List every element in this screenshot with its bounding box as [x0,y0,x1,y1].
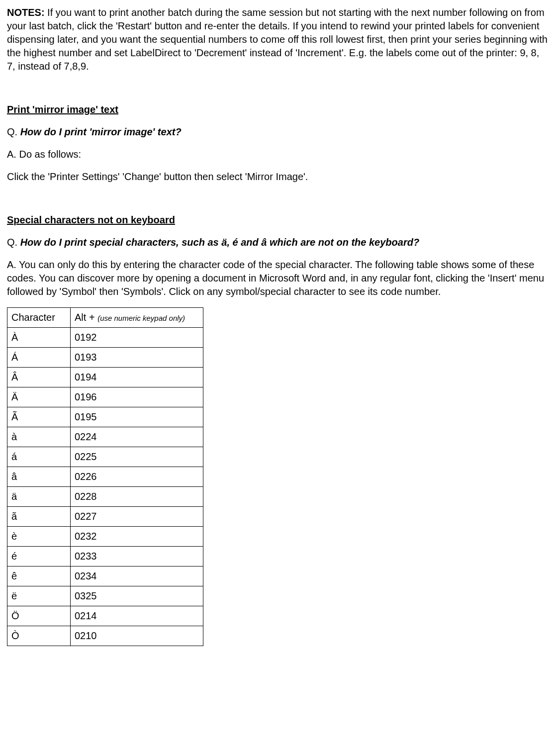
table-row: ë0325 [7,586,203,606]
table-row: Ö0214 [7,606,203,626]
mirror-answer-line: A. Do as follows: [7,148,550,161]
table-cell-code: 0234 [71,567,203,586]
table-cell-character: Á [7,348,71,368]
table-row: Ã0195 [7,407,203,427]
character-table: Character Alt + (use numeric keypad only… [7,307,203,646]
table-row: Ä0196 [7,387,203,407]
table-cell-code: 0224 [71,427,203,447]
table-cell-code: 0232 [71,527,203,547]
table-row: ê0234 [7,567,203,586]
table-row: Á0193 [7,348,203,368]
notes-paragraph: NOTES: If you want to print another batc… [7,6,550,73]
special-question: Q. How do I print special characters, su… [7,236,550,249]
table-cell-code: 0228 [71,487,203,507]
table-header-row: Character Alt + (use numeric keypad only… [7,308,203,328]
table-row: À0192 [7,328,203,348]
special-q-prefix: Q. [7,237,20,248]
table-header-character: Character [7,308,71,328]
table-cell-code: 0196 [71,387,203,407]
table-cell-character: Ö [7,606,71,626]
table-cell-code: 0192 [71,328,203,348]
table-cell-character: À [7,328,71,348]
table-cell-character: ä [7,487,71,507]
mirror-q-text: How do I print 'mirror image' text? [20,126,182,137]
table-row: á0225 [7,447,203,467]
table-cell-character: é [7,547,71,567]
table-cell-code: 0194 [71,368,203,387]
table-row: Â0194 [7,368,203,387]
table-cell-character: è [7,527,71,547]
table-cell-code: 0210 [71,626,203,646]
mirror-q-prefix: Q. [7,126,20,137]
table-header-code-note: (use numeric keypad only) [97,314,185,322]
table-row: ã0227 [7,507,203,527]
notes-text: If you want to print another batch durin… [7,7,548,72]
table-row: à0224 [7,427,203,447]
mirror-heading: Print 'mirror image' text [7,103,550,116]
mirror-question: Q. How do I print 'mirror image' text? [7,125,550,139]
table-cell-character: ë [7,586,71,606]
table-header-code-main: Alt + [75,312,97,323]
table-cell-code: 0233 [71,547,203,567]
table-cell-code: 0226 [71,467,203,487]
table-cell-character: Ò [7,626,71,646]
special-answer: A. You can only do this by entering the … [7,258,550,298]
table-cell-character: à [7,427,71,447]
table-header-code: Alt + (use numeric keypad only) [71,308,203,328]
table-cell-character: Ã [7,407,71,427]
table-cell-code: 0214 [71,606,203,626]
notes-label: NOTES: [7,7,45,18]
table-row: Ò0210 [7,626,203,646]
table-cell-code: 0195 [71,407,203,427]
table-cell-code: 0225 [71,447,203,467]
table-cell-character: á [7,447,71,467]
table-cell-code: 0227 [71,507,203,527]
special-heading: Special characters not on keyboard [7,213,550,227]
table-row: â0226 [7,467,203,487]
table-cell-code: 0325 [71,586,203,606]
mirror-instruction: Click the 'Printer Settings' 'Change' bu… [7,170,550,184]
table-cell-character: Ä [7,387,71,407]
table-cell-character: ê [7,567,71,586]
table-row: ä0228 [7,487,203,507]
special-q-text: How do I print special characters, such … [20,237,419,248]
table-row: é0233 [7,547,203,567]
table-cell-code: 0193 [71,348,203,368]
table-cell-character: â [7,467,71,487]
table-cell-character: Â [7,368,71,387]
table-cell-character: ã [7,507,71,527]
table-row: è0232 [7,527,203,547]
